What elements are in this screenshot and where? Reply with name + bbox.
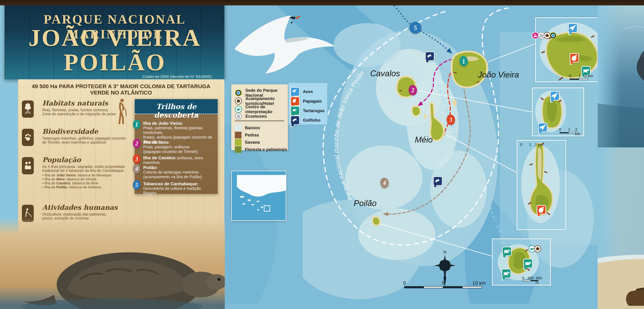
- parrot-photo: [598, 148, 644, 309]
- protection-banner: 49 500 Ha PARA PROTEGER A 3° MAIOR COLON…: [23, 83, 219, 96]
- turtle-circle-icon: [235, 106, 242, 113]
- legend-row-baixios: Baixios: [235, 124, 260, 131]
- page-title-line2: POILÃO: [12, 50, 217, 74]
- scale-10km: 10 km: [472, 280, 486, 286]
- section-title: Biodiversidade: [42, 128, 138, 135]
- trail-name: Ilha de João Vieira:: [143, 121, 214, 126]
- tabanca-bullet: Ilha de João Vieira: tabanca de Meneque: [42, 173, 138, 177]
- trail-number-badge: 3: [133, 154, 140, 164]
- inset-poilao: 0 200 400 m: [492, 238, 551, 286]
- legend-row-savana: Savana: [235, 139, 260, 146]
- island-label-cavalos: Cavalos: [370, 68, 400, 78]
- fauna-row-golfinho: Golfinho: [290, 116, 320, 125]
- scale-bar: [404, 286, 482, 288]
- pedras-swatch: [235, 132, 242, 138]
- legend-row-pedras: Pedras: [235, 132, 259, 138]
- floresta-swatch: [235, 146, 242, 153]
- inset-meio: 0 1 2 km: [516, 140, 566, 230]
- paw-icon: [22, 129, 34, 146]
- inset-scale-0: 0: [522, 276, 524, 280]
- compass-n-label: N: [443, 250, 446, 254]
- inset-scale-2: 2 km: [584, 74, 593, 78]
- trail-name: Ilha de Meio:: [143, 140, 214, 145]
- dolphin-icon: [433, 176, 442, 186]
- trail-number-badge: 1: [133, 120, 140, 129]
- inset-scale-1: 200: [528, 276, 534, 280]
- fauna-row-aves: Aves: [290, 87, 313, 96]
- bird-icon: [290, 87, 300, 96]
- trails-panel: Trilhos de descoberta ▸ ▸ 1 Ilha de João…: [135, 99, 218, 194]
- hiker-silhouette: [116, 98, 128, 126]
- turtle-icon: [502, 269, 511, 278]
- museum-icon: [235, 113, 242, 120]
- parrot-icon: [536, 205, 546, 214]
- bird-icon: [550, 91, 560, 100]
- baixios-swatch: [235, 124, 242, 131]
- scale-5: 5: [442, 280, 444, 286]
- turtle-icon: [523, 259, 533, 268]
- bird-icon: [538, 123, 548, 132]
- savana-swatch: [235, 139, 242, 146]
- trail-name: Ilha de Cavalos:: [143, 155, 176, 160]
- turtle-icon: [502, 246, 512, 256]
- trail-item-3: 3 Ilha de Cavalos: avifauna, aves marinh…: [137, 155, 214, 165]
- hut-icon: [235, 98, 242, 105]
- dolphin-icon: [425, 52, 434, 61]
- inset-cavalos: 0 1 2 km: [532, 88, 584, 136]
- section-title: Atividades humanas: [42, 204, 138, 211]
- fauna-legend: Aves Papagaio Tartarugas Golfinho: [288, 83, 327, 124]
- legend-row-ecomuseu: Ecomuseu: [235, 113, 267, 120]
- bird-icon: [568, 23, 578, 33]
- trails-title: Trilhos de descoberta: [135, 102, 218, 119]
- title-sign: PARQUE NACIONAL MARINHO DE JOÃO VIEIRA P…: [5, 4, 224, 79]
- legend-divider: [235, 121, 284, 121]
- inset-scale-0: 0: [569, 74, 571, 78]
- island-label-meio: Méio: [415, 135, 433, 144]
- trail-name: Poilão:: [143, 165, 214, 170]
- section-title: População: [42, 156, 138, 164]
- inset-scale-0: 0: [559, 127, 561, 132]
- parrot-icon: [290, 96, 300, 106]
- legend-row-floresta: Floresta e palmeirais: [235, 146, 287, 153]
- ocean-photo: [598, 6, 644, 148]
- inset-scale-1: 1: [529, 142, 531, 147]
- dolphin-icon: [290, 116, 300, 125]
- tern-photo: [219, 10, 345, 82]
- hut-icon: [534, 245, 541, 252]
- sign-created-note: Criado en 2000 (decreto-lei N° 6A/2000): [142, 74, 212, 79]
- tabanca-bullet: Ilha de Cavalos: tabanca de Bine: [42, 181, 138, 185]
- guinea-bissau-locator-map: [231, 170, 286, 221]
- arrow-icon: ▸: [195, 112, 198, 117]
- section-populacao: População As 4 ilhas principais, sagrada…: [22, 156, 138, 189]
- top-frame-bar: [0, 0, 644, 6]
- tabanca-bullet: Ilha de Poilão: tabanca de Ambeno: [42, 185, 138, 189]
- trail-desc: Descoberta da cultura e tradição Bijagós: [143, 186, 214, 196]
- inset-scale-2: 2 km: [575, 127, 581, 136]
- island-label-joao-vieira: João Vieira: [478, 70, 519, 80]
- trail-desc: Colonia de tartarugas marinhas (acampame…: [143, 170, 214, 179]
- inset-scale-0: 0: [520, 142, 522, 147]
- island-label-poilao: Poilão: [354, 198, 376, 208]
- trail-item-2: 2 Ilha de Meio: Praia, paisagem, avifaun…: [137, 140, 214, 154]
- park-hq-icon: [235, 89, 242, 96]
- fauna-row-papagaio: Papagaio: [290, 96, 322, 106]
- section-text: As 4 ilhas principais, sagradas, estão p…: [42, 165, 138, 173]
- turtle-icon: [290, 106, 300, 116]
- page-title-line1: JOÃO VIEIRA: [12, 26, 217, 50]
- trail-desc: Praia, paisagem, avifauna (papagaio cinz…: [143, 145, 214, 154]
- parrot-icon: [570, 53, 579, 62]
- fauna-row-tartarugas: Tartarugas: [290, 106, 324, 116]
- beach-photo: [0, 218, 225, 309]
- trail-item-5: 5 Tabancas de Canhabaque: Descoberta da …: [137, 181, 214, 196]
- trail-dash-line: [135, 114, 218, 114]
- section-text: Tartarugas marinhas, golfinhos, papagaio…: [42, 136, 138, 144]
- park-hq-icon: [550, 32, 557, 39]
- trail-item-4: 4 Poilão: Colonia de tartarugas marinhas…: [137, 165, 214, 179]
- trail-number-badge: 5: [133, 180, 140, 190]
- trail-number-badge: 2: [133, 139, 140, 148]
- inset-scale-2: 2 km: [535, 142, 543, 147]
- tree-icon: [22, 100, 34, 118]
- inset-scale-2: 400 m: [536, 276, 545, 285]
- trail-number-badge: 4: [133, 164, 140, 173]
- map-legend: Sede do Parque Nacional Acampamento turí…: [231, 84, 288, 150]
